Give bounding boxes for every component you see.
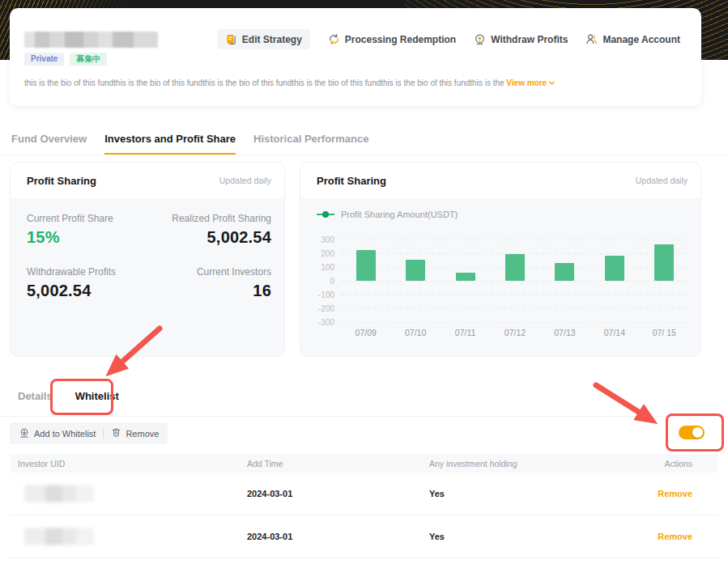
add-whitelist-icon	[19, 427, 30, 440]
remove-link[interactable]: Remove	[658, 489, 692, 498]
view-more-link[interactable]: View more	[506, 78, 556, 87]
stat-label: Realized Profit Sharing	[149, 213, 271, 224]
updated-daily-label: Updated daily	[219, 176, 271, 185]
x-tick-label: 07/ 15	[640, 328, 688, 337]
chart-legend: Profit Sharing Amount(USDT)	[317, 210, 458, 219]
tabbar-divider	[0, 155, 728, 155]
gridline	[341, 281, 689, 282]
tab-details[interactable]: Details	[18, 390, 53, 402]
fund-management-page: Private募集中 this is the bio of this fundt…	[0, 0, 728, 564]
stat-withdrawable-profits: Withdrawable Profits5,002.54	[27, 266, 149, 300]
table-row: 2024-03-01YesRemove	[10, 473, 718, 515]
header-actions: Edit StrategyProcessing RedemptionWithdr…	[217, 29, 680, 49]
x-tick-label: 07/11	[441, 328, 490, 337]
bar-07-10[interactable]	[406, 260, 425, 281]
stats-grid: Current Profit Share15%Realized Profit S…	[11, 198, 284, 300]
section-tab-bar: DetailsWhitelist	[18, 390, 119, 402]
gridline	[341, 240, 689, 240]
status-badge: 募集中	[70, 53, 107, 66]
fund-header-card: Private募集中 this is the bio of this fundt…	[10, 8, 701, 106]
x-tick-label: 07/09	[342, 328, 390, 337]
withdraw-profits-icon	[474, 33, 486, 45]
y-tick-label: 300	[302, 235, 334, 244]
tab-investors-and-profit-share[interactable]: Investors and Profit Share	[104, 133, 236, 155]
action-label: Edit Strategy	[242, 34, 302, 45]
legend-label: Profit Sharing Amount(USDT)	[341, 210, 458, 219]
bar-07-11[interactable]	[456, 273, 475, 281]
action-label: Processing Redemption	[345, 34, 456, 45]
edit-strategy-button[interactable]: Edit Strategy	[217, 29, 310, 49]
toggle-knob	[692, 427, 703, 438]
holding-cell: Yes	[429, 532, 445, 541]
stat-label: Withdrawable Profits	[27, 266, 149, 278]
trash-icon	[111, 427, 121, 439]
stat-value: 15%	[27, 228, 149, 247]
stat-value: 5,002.54	[27, 282, 149, 300]
withdraw-profits-button[interactable]: Withdraw Profits	[474, 33, 568, 45]
processing-redemption-button[interactable]: Processing Redemption	[328, 33, 456, 45]
edit-strategy-icon	[225, 33, 237, 45]
remove-link[interactable]: Remove	[658, 532, 692, 541]
bar-07-09[interactable]	[356, 250, 376, 281]
legend-marker-icon	[317, 214, 334, 215]
x-tick-label: 07/10	[391, 328, 440, 337]
whitelist-toggle-on[interactable]	[679, 426, 705, 439]
table-row: 2024-03-01YesRemove	[10, 515, 718, 558]
panel-title: Profit Sharing	[27, 175, 96, 187]
stat-value: 16	[149, 282, 271, 300]
updated-daily-label: Updated daily	[636, 176, 688, 185]
section-divider	[0, 416, 728, 417]
annotation-arrow-toggle	[596, 385, 646, 417]
panel-title: Profit Sharing	[317, 175, 386, 187]
stat-current-profit-share: Current Profit Share15%	[27, 213, 149, 247]
fund-bio: this is the bio of this fundthis is the …	[24, 78, 688, 87]
tab-whitelist[interactable]: Whitelist	[75, 390, 119, 402]
x-tick-label: 07/12	[491, 328, 539, 337]
column-header-investor-uid: Investor UID	[18, 459, 65, 469]
column-header-add-time: Add Time	[247, 459, 283, 469]
remove-button[interactable]: Remove	[111, 427, 159, 439]
gridline	[341, 308, 689, 309]
whitelist-table-header: Investor UIDAdd TimeAny investment holdi…	[10, 454, 718, 473]
investor-uid-redacted	[24, 486, 94, 503]
fund-name-redacted	[24, 32, 158, 48]
panel-header: Profit Sharing Updated daily	[11, 163, 284, 198]
bio-text: this is the bio of this fundthis is the …	[24, 78, 506, 87]
profit-sharing-stats-panel: Profit Sharing Updated daily Current Pro…	[10, 162, 285, 357]
x-tick-label: 07/14	[590, 328, 639, 337]
add-to-whitelist-button[interactable]: Add to Whitelist	[19, 427, 96, 440]
y-tick-label: 0	[302, 277, 334, 286]
bar-07-13[interactable]	[555, 263, 574, 281]
gridline	[341, 322, 689, 323]
column-header-any-investment-holding: Any investment holding	[429, 459, 517, 469]
y-tick-label: 100	[302, 263, 334, 272]
y-tick-label: -100	[302, 290, 334, 299]
y-tick-label: -200	[302, 304, 334, 313]
bar-07-12[interactable]	[505, 254, 525, 281]
column-header-actions: Actions	[665, 459, 692, 469]
status-badge: Private	[24, 53, 64, 66]
action-label: Manage Account	[602, 34, 680, 45]
manage-account-icon	[585, 33, 598, 45]
gridline	[341, 295, 689, 295]
stat-value: 5,002.54	[149, 228, 271, 247]
stat-label: Current Investors	[149, 266, 271, 278]
toolbar-separator	[103, 428, 104, 439]
action-label: Withdraw Profits	[491, 34, 568, 45]
profit-sharing-chart-panel: Profit Sharing Updated daily Profit Shar…	[300, 162, 701, 357]
add-time-cell: 2024-03-01	[247, 489, 292, 498]
x-tick-label: 07/13	[540, 328, 589, 337]
y-tick-label: -300	[302, 318, 334, 327]
y-tick-label: 200	[302, 249, 334, 258]
panel-header: Profit Sharing Updated daily	[300, 163, 700, 198]
bar-07-14[interactable]	[605, 256, 624, 281]
main-tab-bar: Fund OverviewInvestors and Profit ShareH…	[11, 133, 368, 155]
tab-historical-performance[interactable]: Historical Performance	[253, 133, 368, 155]
whitelist-toolbar: Add to Whitelist Remove	[10, 422, 168, 444]
tab-fund-overview[interactable]: Fund Overview	[11, 133, 87, 155]
badge-row: Private募集中	[24, 53, 107, 66]
stat-label: Current Profit Share	[27, 213, 149, 224]
bar-07-15[interactable]	[654, 244, 674, 281]
manage-account-button[interactable]: Manage Account	[585, 33, 680, 45]
stat-current-investors: Current Investors16	[149, 266, 271, 300]
